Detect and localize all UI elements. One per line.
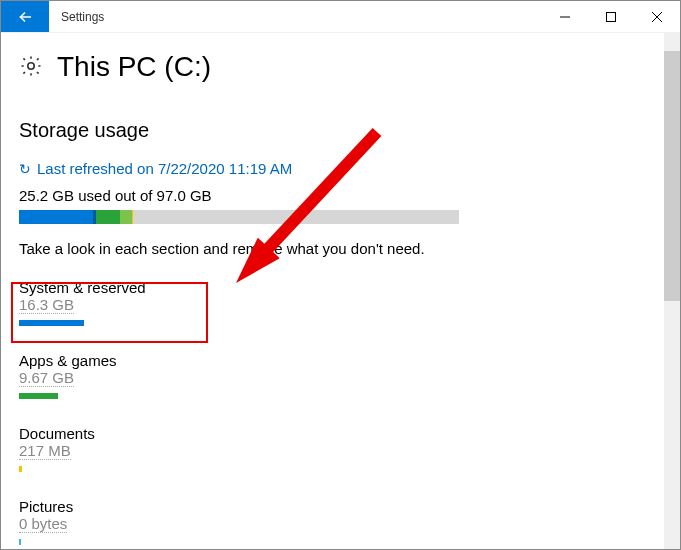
category-bar <box>19 393 58 399</box>
category-bar <box>19 539 21 545</box>
category-system-reserved[interactable]: System & reserved16.3 GB <box>19 279 441 326</box>
minimize-button[interactable] <box>542 1 588 32</box>
usage-bar <box>19 210 459 224</box>
close-icon <box>652 12 662 22</box>
refresh-icon: ↻ <box>19 161 31 177</box>
window-title: Settings <box>49 1 542 32</box>
section-heading: Storage usage <box>19 119 441 142</box>
refresh-text: Last refreshed on 7/22/2020 11:19 AM <box>37 160 292 177</box>
category-name: Documents <box>19 425 441 442</box>
maximize-icon <box>606 12 616 22</box>
usage-summary: 25.2 GB used out of 97.0 GB <box>19 187 441 204</box>
category-size: 16.3 GB <box>19 296 74 314</box>
svg-point-5 <box>28 62 34 68</box>
category-apps-games[interactable]: Apps & games9.67 GB <box>19 352 441 399</box>
back-button[interactable] <box>1 1 49 32</box>
hint-text: Take a look in each section and remove w… <box>19 240 441 257</box>
refresh-link[interactable]: ↻ Last refreshed on 7/22/2020 11:19 AM <box>19 160 441 177</box>
page-title: This PC (C:) <box>57 51 211 83</box>
usage-seg-apps2 <box>120 210 132 224</box>
scrollbar[interactable] <box>664 33 680 549</box>
usage-seg-apps <box>96 210 120 224</box>
close-button[interactable] <box>634 1 680 32</box>
category-name: System & reserved <box>19 279 441 296</box>
category-size: 0 bytes <box>19 515 67 533</box>
category-bar <box>19 466 22 472</box>
minimize-icon <box>560 12 570 22</box>
category-name: Pictures <box>19 498 441 515</box>
category-size: 217 MB <box>19 442 71 460</box>
category-documents[interactable]: Documents217 MB <box>19 425 441 472</box>
titlebar: Settings <box>1 1 680 33</box>
svg-rect-2 <box>607 12 616 21</box>
category-bar <box>19 320 84 326</box>
category-size: 9.67 GB <box>19 369 74 387</box>
category-pictures[interactable]: Pictures0 bytes <box>19 498 441 545</box>
category-name: Apps & games <box>19 352 441 369</box>
usage-seg-docs <box>132 210 133 224</box>
maximize-button[interactable] <box>588 1 634 32</box>
scroll-thumb[interactable] <box>664 51 680 301</box>
gear-icon <box>19 54 43 81</box>
usage-seg-system <box>19 210 93 224</box>
window-controls <box>542 1 680 32</box>
arrow-left-icon <box>16 8 34 26</box>
page-heading-row: This PC (C:) <box>19 51 441 83</box>
